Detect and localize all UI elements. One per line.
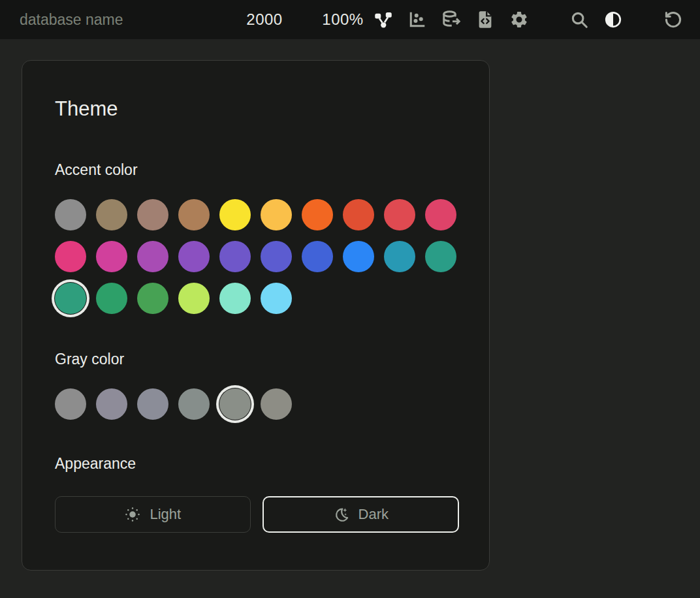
gray-color-grid [55,388,466,420]
accent-swatch-green[interactable] [96,283,127,314]
sun-icon [124,506,141,523]
scatter-chart-icon[interactable] [407,10,427,29]
gray-swatch-mauve[interactable] [96,388,127,420]
moon-icon [333,506,350,523]
accent-swatch-tomato[interactable] [343,199,374,230]
reset-icon[interactable] [663,10,683,29]
export-database-icon[interactable] [441,10,461,29]
search-icon[interactable] [569,10,589,29]
accent-swatch-bronze[interactable] [137,199,168,230]
accent-swatch-gold[interactable] [96,199,127,230]
accent-swatch-pink[interactable] [96,241,127,272]
accent-swatch-violet[interactable] [219,241,251,272]
accent-swatch-mint[interactable] [219,283,251,314]
database-name-input[interactable] [20,11,213,29]
accent-swatch-amber[interactable] [261,199,292,230]
gray-swatch-slate[interactable] [137,388,168,420]
accent-swatch-indigo[interactable] [302,241,333,272]
accent-swatch-plum[interactable] [137,241,168,272]
theme-panel: Theme Accent color Gray color Appearance… [22,60,490,571]
accent-swatch-grass[interactable] [137,283,168,314]
accent-color-grid [55,199,466,314]
accent-swatch-orange[interactable] [302,199,333,230]
accent-swatch-red[interactable] [384,199,415,230]
panel-title: Theme [55,97,456,121]
accent-swatch-brown[interactable] [178,199,210,230]
appearance-option-label: Dark [358,506,389,523]
accent-swatch-ruby[interactable] [425,199,456,230]
accent-swatch-gray[interactable] [55,199,86,230]
accent-swatch-iris[interactable] [261,241,292,272]
accent-color-label: Accent color [55,161,456,179]
gray-swatch-sage[interactable] [178,388,210,420]
accent-swatch-lime[interactable] [178,283,210,314]
settings-icon[interactable] [509,10,529,29]
appearance-options: Light Dark [55,496,459,533]
accent-swatch-jade[interactable] [55,283,86,314]
accent-swatch-yellow[interactable] [219,199,251,230]
appearance-label: Appearance [55,455,456,473]
code-file-icon[interactable] [475,10,495,29]
accent-swatch-blue[interactable] [343,241,374,272]
gray-swatch-olive[interactable] [219,388,251,420]
contrast-icon[interactable] [603,10,623,29]
accent-swatch-purple[interactable] [178,241,210,272]
accent-swatch-crimson[interactable] [55,241,86,272]
appearance-option-light[interactable]: Light [55,496,251,533]
gray-swatch-sand[interactable] [261,388,292,420]
appearance-option-dark[interactable]: Dark [262,496,460,533]
zoom-level[interactable]: 100% [312,10,374,29]
accent-swatch-cyan[interactable] [384,241,415,272]
gray-color-label: Gray color [55,351,456,368]
record-count: 2000 [234,10,295,29]
accent-swatch-sky[interactable] [261,283,292,314]
appearance-option-label: Light [150,506,181,523]
top-toolbar: 2000 100% [0,0,700,39]
accent-swatch-teal[interactable] [425,241,456,272]
gray-swatch-gray[interactable] [55,388,86,420]
toolbar-icons [374,10,683,29]
relationships-icon[interactable] [374,10,393,29]
